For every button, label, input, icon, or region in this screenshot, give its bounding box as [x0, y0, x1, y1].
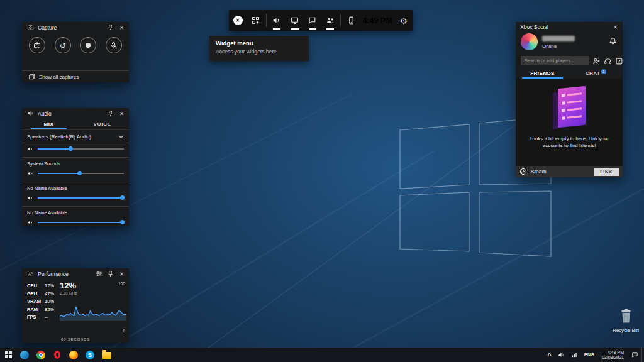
close-icon[interactable] — [118, 270, 126, 278]
close-icon[interactable] — [611, 23, 619, 31]
close-icon[interactable] — [118, 109, 126, 118]
record-icon — [86, 43, 91, 48]
audio-widget-title: Audio — [38, 111, 103, 117]
pin-icon[interactable] — [106, 23, 114, 31]
audio-device-select[interactable]: Speakers (Realtek(R) Audio) — [22, 130, 129, 143]
capture-widget-header: Capture — [22, 22, 129, 33]
channel-system-sounds: System Sounds — [22, 157, 129, 179]
show-all-captures-label: Show all captures — [39, 74, 79, 80]
system-tray: ENG 4:49 PM 03/03/2021 — [545, 348, 644, 362]
lfg-widget-button[interactable] — [321, 10, 339, 31]
speaker-icon — [558, 351, 565, 358]
friends-empty-state: Looks a bit empty in here. Link your acc… — [516, 79, 623, 166]
social-search-row — [516, 55, 623, 68]
notifications-button[interactable] — [609, 36, 617, 44]
tray-network-button[interactable] — [568, 348, 581, 362]
speaker-muted-icon[interactable] — [27, 170, 33, 177]
firefox-icon — [69, 351, 78, 359]
widget-menu-tooltip: Widget menu Access your widgets here — [209, 36, 309, 61]
empty-state-message: Looks a bit empty in here. Link your acc… — [516, 135, 623, 149]
recycle-bin[interactable]: Recycle Bin — [610, 308, 641, 333]
tab-friends[interactable]: FRIENDS — [516, 68, 569, 79]
gamertag-redacted — [542, 36, 575, 41]
chat-bubble-icon — [308, 16, 316, 25]
presence-status: Online — [542, 43, 557, 49]
performance-widget: Performance CPU12% GPU47% VRAM10% RAM82%… — [22, 268, 129, 343]
headset-icon — [604, 57, 612, 65]
taskbar-app-edge[interactable] — [16, 348, 33, 362]
taskbar-app-skype[interactable] — [82, 348, 98, 362]
speaker-icon[interactable] — [27, 195, 33, 201]
channel-volume-slider[interactable] — [38, 171, 124, 176]
tab-voice[interactable]: VOICE — [75, 119, 129, 129]
gamebar-toolbar: 4:49 PM — [229, 10, 413, 31]
pin-icon[interactable] — [106, 270, 114, 278]
chart-caption: 60 SECONDS — [22, 337, 129, 341]
xbox-home-button[interactable] — [229, 10, 247, 31]
recycle-bin-label: Recycle Bin — [610, 327, 641, 333]
tooltip-subtitle: Access your widgets here — [216, 48, 303, 55]
performance-chart-area: 12% 2.30 GHz 100 0 — [58, 279, 129, 343]
pin-icon[interactable] — [106, 109, 114, 118]
empty-state-illustration — [552, 87, 587, 129]
add-friend-button[interactable] — [592, 57, 601, 65]
chat-widget-button[interactable] — [304, 10, 321, 31]
taskbar-app-opera[interactable] — [49, 348, 65, 362]
opera-icon — [54, 351, 60, 359]
start-recording-button[interactable] — [80, 37, 96, 53]
record-last-30s-button[interactable] — [55, 37, 71, 53]
speaker-icon[interactable] — [27, 219, 33, 226]
screenshot-button[interactable] — [29, 37, 45, 53]
audio-widget-button[interactable] — [268, 10, 286, 31]
options-icon[interactable] — [95, 270, 103, 278]
show-desktop-button[interactable] — [641, 348, 644, 362]
gamebar-settings-button[interactable] — [395, 10, 413, 31]
close-icon[interactable] — [118, 23, 126, 31]
tooltip-title: Widget menu — [216, 40, 303, 47]
link-account-button[interactable]: LINK — [594, 168, 619, 176]
microphone-toggle-button[interactable] — [106, 37, 122, 53]
show-all-captures-button[interactable]: Show all captures — [22, 70, 129, 82]
avatar[interactable] — [521, 33, 538, 50]
channel-volume-slider[interactable] — [38, 220, 124, 225]
phone-icon — [347, 16, 355, 25]
tab-chat[interactable]: CHAT 1 — [569, 68, 623, 79]
taskbar-clock[interactable]: 4:49 PM 03/03/2021 — [597, 348, 628, 362]
capture-widget-button[interactable] — [286, 10, 303, 31]
action-center-button[interactable] — [628, 348, 641, 362]
tray-expand-button[interactable] — [545, 348, 555, 362]
chrome-icon — [36, 351, 45, 359]
capture-widget-title: Capture — [38, 25, 103, 31]
action-center-icon — [631, 351, 638, 358]
performance-body: CPU12% GPU47% VRAM10% RAM82% FPS-- 12% 2… — [22, 279, 129, 343]
network-icon — [571, 351, 578, 358]
channel-volume-slider[interactable] — [38, 195, 124, 200]
clock-time: 4:49 PM — [608, 350, 624, 355]
device-volume-slider[interactable] — [38, 146, 124, 151]
social-widget-title: Xbox Social — [520, 24, 608, 30]
tray-volume-button[interactable] — [555, 348, 568, 362]
windows-logo-icon — [5, 351, 12, 358]
channel-no-name-1: No Name Available — [22, 182, 129, 204]
audio-widget-header: Audio — [22, 108, 129, 119]
phone-link-button[interactable] — [342, 10, 360, 31]
skype-icon — [86, 351, 94, 359]
profile-row: Online — [516, 32, 623, 55]
start-button[interactable] — [0, 348, 16, 362]
party-button[interactable] — [604, 57, 612, 65]
performance-widget-title: Performance — [38, 271, 92, 277]
language-indicator[interactable]: ENG — [581, 348, 597, 362]
record-last-icon — [60, 41, 66, 50]
social-widget-header: Xbox Social — [516, 22, 623, 32]
search-input[interactable] — [521, 56, 589, 65]
taskbar-app-file-explorer[interactable] — [98, 348, 114, 362]
taskbar-app-chrome[interactable] — [33, 348, 49, 362]
stat-row: FPS-- — [27, 314, 58, 322]
gamebar-clock: 4:49 PM — [360, 10, 395, 31]
tab-mix[interactable]: MIX — [22, 119, 75, 129]
monitor-icon — [291, 16, 299, 25]
new-message-button[interactable] — [615, 57, 623, 65]
widget-menu-button[interactable] — [247, 10, 264, 31]
capture-buttons-row — [22, 33, 129, 53]
taskbar-app-firefox[interactable] — [65, 348, 82, 362]
